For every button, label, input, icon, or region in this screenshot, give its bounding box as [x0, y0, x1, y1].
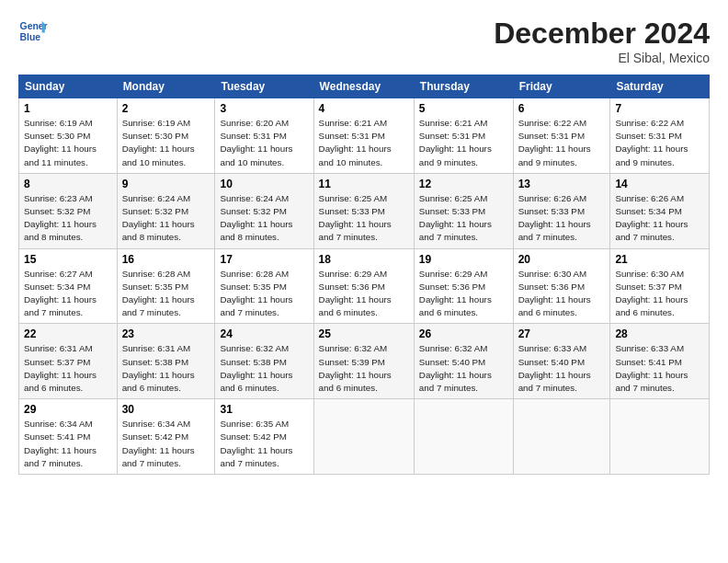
day-info: Sunrise: 6:33 AM Sunset: 5:40 PM Dayligh… — [518, 342, 606, 395]
title-block: December 2024 El Sibal, Mexico — [494, 17, 710, 65]
day-info: Sunrise: 6:22 AM Sunset: 5:31 PM Dayligh… — [518, 117, 606, 169]
table-row: 1Sunrise: 6:19 AM Sunset: 5:30 PM Daylig… — [19, 98, 118, 174]
day-number: 13 — [518, 178, 606, 190]
day-info: Sunrise: 6:24 AM Sunset: 5:32 PM Dayligh… — [122, 192, 210, 245]
day-number: 4 — [319, 102, 409, 115]
table-row: 8Sunrise: 6:23 AM Sunset: 5:32 PM Daylig… — [19, 173, 118, 248]
table-row — [414, 399, 513, 475]
location: El Sibal, Mexico — [494, 51, 710, 65]
day-info: Sunrise: 6:26 AM Sunset: 5:34 PM Dayligh… — [615, 192, 704, 245]
month-title: December 2024 — [494, 17, 710, 51]
calendar-week-row: 8Sunrise: 6:23 AM Sunset: 5:32 PM Daylig… — [19, 173, 710, 248]
table-row — [513, 399, 610, 475]
day-number: 31 — [220, 403, 308, 416]
day-number: 6 — [518, 102, 606, 115]
day-info: Sunrise: 6:29 AM Sunset: 5:36 PM Dayligh… — [419, 268, 508, 320]
svg-text:Blue: Blue — [20, 32, 41, 42]
day-info: Sunrise: 6:34 AM Sunset: 5:42 PM Dayligh… — [122, 418, 210, 470]
table-row: 20Sunrise: 6:30 AM Sunset: 5:36 PM Dayli… — [513, 248, 610, 324]
table-row: 7Sunrise: 6:22 AM Sunset: 5:31 PM Daylig… — [610, 98, 710, 174]
table-row: 16Sunrise: 6:28 AM Sunset: 5:35 PM Dayli… — [117, 248, 215, 324]
table-row: 6Sunrise: 6:22 AM Sunset: 5:31 PM Daylig… — [513, 98, 610, 174]
day-number: 25 — [319, 327, 409, 340]
day-info: Sunrise: 6:25 AM Sunset: 5:33 PM Dayligh… — [419, 192, 508, 245]
table-row: 24Sunrise: 6:32 AM Sunset: 5:38 PM Dayli… — [215, 324, 313, 399]
day-number: 21 — [615, 253, 704, 266]
day-info: Sunrise: 6:28 AM Sunset: 5:35 PM Dayligh… — [220, 268, 308, 320]
table-row — [610, 399, 710, 475]
day-info: Sunrise: 6:20 AM Sunset: 5:31 PM Dayligh… — [220, 117, 308, 169]
table-row: 15Sunrise: 6:27 AM Sunset: 5:34 PM Dayli… — [19, 248, 118, 324]
col-sunday: Sunday — [19, 75, 118, 98]
day-info: Sunrise: 6:32 AM Sunset: 5:38 PM Dayligh… — [220, 342, 308, 395]
day-number: 5 — [419, 102, 508, 115]
day-number: 15 — [24, 253, 112, 266]
day-info: Sunrise: 6:21 AM Sunset: 5:31 PM Dayligh… — [319, 117, 409, 169]
table-row: 25Sunrise: 6:32 AM Sunset: 5:39 PM Dayli… — [313, 324, 414, 399]
table-row: 14Sunrise: 6:26 AM Sunset: 5:34 PM Dayli… — [610, 173, 710, 248]
day-number: 26 — [419, 327, 508, 340]
day-number: 23 — [122, 327, 210, 340]
day-number: 19 — [419, 253, 508, 266]
day-info: Sunrise: 6:21 AM Sunset: 5:31 PM Dayligh… — [419, 117, 508, 169]
day-number: 27 — [518, 327, 606, 340]
calendar-week-row: 29Sunrise: 6:34 AM Sunset: 5:41 PM Dayli… — [19, 399, 710, 475]
day-number: 28 — [615, 327, 704, 340]
col-tuesday: Tuesday — [215, 75, 313, 98]
col-friday: Friday — [513, 75, 610, 98]
calendar-week-row: 15Sunrise: 6:27 AM Sunset: 5:34 PM Dayli… — [19, 248, 710, 324]
day-number: 22 — [24, 327, 112, 340]
day-number: 14 — [615, 178, 704, 190]
table-row: 17Sunrise: 6:28 AM Sunset: 5:35 PM Dayli… — [215, 248, 313, 324]
day-number: 7 — [615, 102, 704, 115]
table-row: 31Sunrise: 6:35 AM Sunset: 5:42 PM Dayli… — [215, 399, 313, 475]
calendar-table: Sunday Monday Tuesday Wednesday Thursday… — [18, 75, 710, 475]
table-row: 4Sunrise: 6:21 AM Sunset: 5:31 PM Daylig… — [313, 98, 414, 174]
day-number: 18 — [319, 253, 409, 266]
table-row: 10Sunrise: 6:24 AM Sunset: 5:32 PM Dayli… — [215, 173, 313, 248]
day-info: Sunrise: 6:24 AM Sunset: 5:32 PM Dayligh… — [220, 192, 308, 245]
logo: General Blue — [18, 17, 48, 46]
col-monday: Monday — [117, 75, 215, 98]
day-info: Sunrise: 6:31 AM Sunset: 5:37 PM Dayligh… — [24, 342, 112, 395]
table-row: 11Sunrise: 6:25 AM Sunset: 5:33 PM Dayli… — [313, 173, 414, 248]
calendar-week-row: 1Sunrise: 6:19 AM Sunset: 5:30 PM Daylig… — [19, 98, 710, 174]
table-row: 9Sunrise: 6:24 AM Sunset: 5:32 PM Daylig… — [117, 173, 215, 248]
table-row: 12Sunrise: 6:25 AM Sunset: 5:33 PM Dayli… — [414, 173, 513, 248]
calendar-page: General Blue December 2024 El Sibal, Mex… — [0, 0, 728, 563]
day-info: Sunrise: 6:27 AM Sunset: 5:34 PM Dayligh… — [24, 268, 112, 320]
day-number: 2 — [122, 102, 210, 115]
day-number: 20 — [518, 253, 606, 266]
day-info: Sunrise: 6:30 AM Sunset: 5:37 PM Dayligh… — [615, 268, 704, 320]
table-row: 18Sunrise: 6:29 AM Sunset: 5:36 PM Dayli… — [313, 248, 414, 324]
table-row: 13Sunrise: 6:26 AM Sunset: 5:33 PM Dayli… — [513, 173, 610, 248]
table-row — [313, 399, 414, 475]
day-info: Sunrise: 6:19 AM Sunset: 5:30 PM Dayligh… — [122, 117, 210, 169]
table-row: 27Sunrise: 6:33 AM Sunset: 5:40 PM Dayli… — [513, 324, 610, 399]
day-number: 17 — [220, 253, 308, 266]
day-number: 10 — [220, 178, 308, 190]
day-info: Sunrise: 6:31 AM Sunset: 5:38 PM Dayligh… — [122, 342, 210, 395]
day-info: Sunrise: 6:23 AM Sunset: 5:32 PM Dayligh… — [24, 192, 112, 245]
table-row: 30Sunrise: 6:34 AM Sunset: 5:42 PM Dayli… — [117, 399, 215, 475]
col-wednesday: Wednesday — [313, 75, 414, 98]
day-info: Sunrise: 6:19 AM Sunset: 5:30 PM Dayligh… — [24, 117, 112, 169]
table-row: 3Sunrise: 6:20 AM Sunset: 5:31 PM Daylig… — [215, 98, 313, 174]
day-number: 1 — [24, 102, 112, 115]
calendar-week-row: 22Sunrise: 6:31 AM Sunset: 5:37 PM Dayli… — [19, 324, 710, 399]
day-number: 8 — [24, 178, 112, 190]
day-number: 16 — [122, 253, 210, 266]
day-number: 29 — [24, 403, 112, 416]
table-row: 26Sunrise: 6:32 AM Sunset: 5:40 PM Dayli… — [414, 324, 513, 399]
col-saturday: Saturday — [610, 75, 710, 98]
day-number: 24 — [220, 327, 308, 340]
day-info: Sunrise: 6:33 AM Sunset: 5:41 PM Dayligh… — [615, 342, 704, 395]
day-info: Sunrise: 6:32 AM Sunset: 5:40 PM Dayligh… — [419, 342, 508, 395]
table-row: 28Sunrise: 6:33 AM Sunset: 5:41 PM Dayli… — [610, 324, 710, 399]
table-row: 5Sunrise: 6:21 AM Sunset: 5:31 PM Daylig… — [414, 98, 513, 174]
day-number: 11 — [319, 178, 409, 190]
day-info: Sunrise: 6:29 AM Sunset: 5:36 PM Dayligh… — [319, 268, 409, 320]
day-info: Sunrise: 6:32 AM Sunset: 5:39 PM Dayligh… — [319, 342, 409, 395]
day-info: Sunrise: 6:28 AM Sunset: 5:35 PM Dayligh… — [122, 268, 210, 320]
header: General Blue December 2024 El Sibal, Mex… — [18, 17, 710, 65]
